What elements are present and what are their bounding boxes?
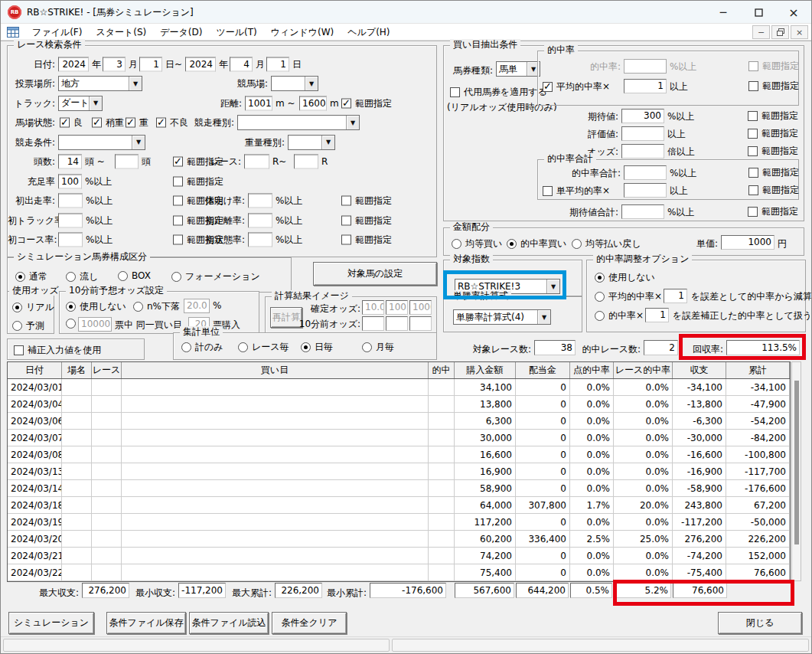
race-from-input[interactable] [244,155,269,169]
weight-kind-combobox[interactable]: ▼ [288,135,335,150]
expect-input[interactable]: 300 [621,109,664,123]
odds10-not-use-radio[interactable]: 使用しない [66,300,126,313]
menu-data[interactable]: データ(D) [153,24,209,41]
scrollbar-thumb[interactable] [794,381,799,544]
sim-normal-radio[interactable]: 通常 [15,270,47,283]
clear-all-conditions-button[interactable]: 条件全クリア [272,612,347,634]
unit-price-input[interactable]: 1000 [721,235,774,250]
distance-from-input[interactable]: 1001 [245,96,272,110]
rest-rate-input[interactable] [248,194,272,208]
first-track-rate-input[interactable] [58,213,83,227]
avg-hit-range-checkbox[interactable]: 範囲指定 [748,80,799,93]
adjust-hit-input[interactable]: 1 [645,308,669,322]
menu-help[interactable]: ヘルプ(H) [341,24,396,41]
single-avg-range-checkbox[interactable]: 範囲指定 [748,184,799,197]
distance-range-checkbox[interactable]: 範囲指定 [341,96,392,110]
baba-slightly-heavy-checkbox[interactable]: 稍重 [92,116,124,129]
date-month2-input[interactable]: 4 [230,57,253,71]
adjust-avg-radio[interactable]: 平均的中率× [595,290,662,303]
mdi-close-button[interactable]: × [791,25,808,39]
rest-range-checkbox[interactable]: 範囲指定 [341,195,392,208]
sim-box-radio[interactable]: BOX [118,270,151,281]
adjust-not-use-radio[interactable]: 使用しない [595,271,655,284]
race-kind-combobox[interactable]: ▼ [237,115,360,130]
table-row[interactable]: 2024/03/13 16,900 0 0.0% 0.0% -16,900 -1… [8,463,790,480]
adjust-hit-radio[interactable]: 的中率× [595,309,644,322]
hit-total-input[interactable] [624,165,667,180]
before-odds-input-3[interactable] [409,316,432,331]
col-place[interactable]: 場名 [62,362,92,378]
col-point-rate[interactable]: 点的中率 [570,362,614,378]
save-condition-file-button[interactable]: 条件ファイル保存 [106,612,186,634]
baba-bad-checkbox[interactable]: 不良 [156,116,188,129]
tally-per-day-radio[interactable]: 日毎 [301,341,333,354]
course-combobox[interactable]: ▼ [271,76,318,91]
odds-real-radio[interactable]: リアル [12,301,54,314]
load-condition-file-button[interactable]: 条件ファイル読込 [189,612,269,634]
hit-rate-range-checkbox[interactable]: 範囲指定 [748,60,799,73]
tally-total-only-radio[interactable]: 計のみ [181,341,223,354]
sim-formation-radio[interactable]: フォーメーション [171,270,260,283]
table-row[interactable]: 2024/03/06 6,300 0 0.0% 0.0% -6,300 -54,… [8,413,790,430]
table-row[interactable]: 2024/03/22 75,400 0 0.0% 0.0% -75,400 76… [8,564,790,581]
amount-equal-payout-radio[interactable]: 均等払い戻し [572,237,641,250]
avg-hit-rate-input[interactable]: 1 [624,79,667,93]
tally-per-race-radio[interactable]: レース毎 [238,341,289,354]
table-row[interactable]: 2024/03/08 16,600 0 0.0% 0.0% -16,600 -1… [8,446,790,463]
date-day1-input[interactable]: 1 [139,57,162,71]
table-row[interactable]: 2024/03/01 34,100 0 0.0% 0.0% -34,100 -3… [8,379,790,396]
mdi-child-grid-icon[interactable] [7,27,19,38]
minimize-button[interactable]: ─ [706,1,741,24]
first-course-rate-input[interactable] [58,233,83,247]
tally-per-month-radio[interactable]: 月毎 [362,341,394,354]
first-state-rate-input[interactable] [248,233,272,247]
before-odds-input-1[interactable] [362,316,384,331]
expect-total-input[interactable] [621,204,664,219]
expect-range-checkbox[interactable]: 範囲指定 [748,110,798,123]
hit-rate-input[interactable] [624,59,667,74]
ticket-type-combobox[interactable]: 馬単▼ [496,61,540,77]
hit-total-range-checkbox[interactable]: 範囲指定 [748,166,799,179]
baba-good-checkbox[interactable]: 良 [60,116,83,129]
close-button[interactable]: × [776,1,811,24]
col-date[interactable]: 日付 [8,362,62,378]
amount-equal-radio[interactable]: 均等買い [452,237,502,250]
race-to-input[interactable] [294,155,318,169]
col-total[interactable]: 累計 [726,362,790,378]
odds-input[interactable] [621,144,664,159]
expect-total-range-checkbox[interactable]: 範囲指定 [748,205,798,218]
date-day2-input[interactable]: 1 [266,57,289,71]
heads-from-input[interactable]: 14 [58,155,82,169]
track-combobox[interactable]: ダート▼ [58,96,103,111]
date-year2-input[interactable]: 2024 [185,57,216,71]
odds10-votes-radio[interactable] [66,319,76,329]
fixed-odds-input-3[interactable]: 1000 [409,300,432,315]
odds-predict-radio[interactable]: 予測 [12,319,44,332]
eval-range-checkbox[interactable]: 範囲指定 [748,127,798,140]
table-row[interactable]: 2024/03/20 60,200 336,400 2.5% 25.0% 276… [8,531,790,548]
menu-window[interactable]: ウィンドウ(W) [264,24,341,41]
odds10-votes-input[interactable]: 10000 [78,317,112,332]
col-race[interactable]: レース [92,362,122,378]
fixed-odds-input-2[interactable]: 100.0 [386,300,408,315]
date-year1-input[interactable]: 2024 [58,57,89,71]
table-row[interactable]: 2024/03/18 64,000 307,800 1.7% 20.0% 243… [8,497,790,514]
odds10-npct-radio[interactable]: n%下落 [133,300,180,313]
single-avg-input[interactable] [624,183,667,198]
date-month1-input[interactable]: 3 [103,57,126,71]
heads-to-input[interactable] [115,155,139,169]
col-kaime[interactable]: 買い目 [122,362,429,378]
col-hit[interactable]: 的中 [429,362,455,378]
table-vertical-scrollbar[interactable] [791,361,801,581]
col-purchase[interactable]: 購入金額 [455,362,516,378]
menu-file[interactable]: ファイル(F) [25,24,89,41]
daiyo-checkbox[interactable]: 代用馬券を適用する [450,86,547,99]
race-cond-combobox[interactable]: ▼ [58,135,145,150]
col-payout[interactable]: 配当金 [516,362,570,378]
mdi-minimize-button[interactable]: ─ [752,25,770,39]
amount-hit-rate-radio[interactable]: 的中率買い [507,237,566,250]
table-row[interactable]: 2024/03/14 58,900 0 0.0% 0.0% -58,900 -1… [8,480,790,497]
table-row[interactable]: 2024/03/19 117,200 0 0.0% 0.0% -117,200 … [8,514,790,531]
table-row[interactable]: 2024/03/04 13,800 0 0.0% 0.0% -13,800 -4… [8,396,790,413]
odds-range-checkbox[interactable]: 範囲指定 [748,145,798,158]
